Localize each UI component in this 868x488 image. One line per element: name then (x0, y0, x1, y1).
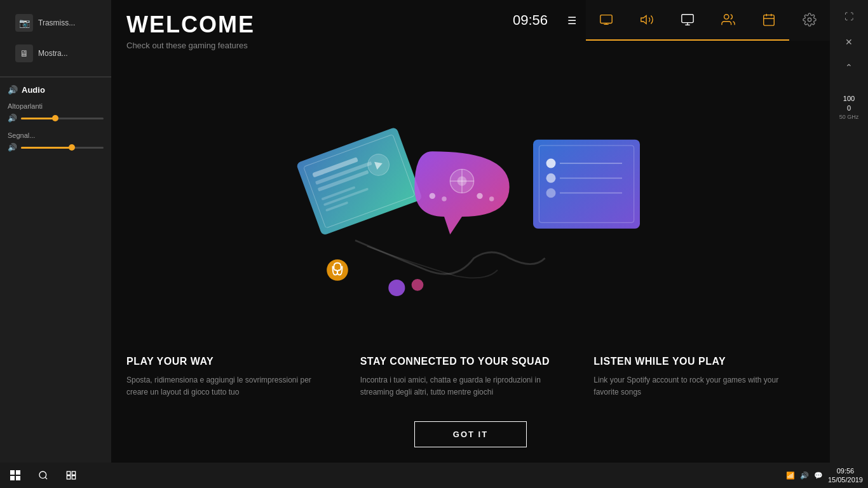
svg-point-40 (442, 196, 446, 201)
tab-settings[interactable] (789, 0, 830, 41)
speaker-fill (21, 118, 54, 119)
tab-users[interactable] (708, 0, 749, 41)
taskbar-date: 15/05/2019 (828, 475, 863, 484)
task-view-button[interactable] (58, 463, 84, 488)
connected-desc: Incontra i tuoi amici, chatta e guarda l… (360, 374, 569, 398)
tab-display[interactable] (586, 0, 627, 41)
svg-rect-56 (10, 476, 15, 480)
signal-thumb (69, 144, 75, 151)
taskbar-time: 09:56 (828, 466, 863, 475)
svg-rect-17 (682, 15, 693, 23)
left-panel-header: 📷 Trasmiss... 🖥 Mostra... (0, 0, 111, 77)
modal-title-area: WELCOME Check out these gaming features (111, 0, 503, 50)
feature-card-play: PLAY YOUR WAY Sposta, ridimensiona e agg… (126, 348, 348, 406)
svg-point-39 (429, 193, 435, 199)
transmit-label: Trasmiss... (38, 18, 75, 27)
modal-top-row: WELCOME Check out these gaming features … (111, 0, 830, 50)
audio-section: 🔊 Audio Altoparlanti 🔊 Segnal... 🔊 (0, 77, 111, 168)
signal-track (21, 147, 104, 149)
display-item[interactable]: 🖥 Mostra... (8, 38, 104, 69)
desktop-background: 📷 Trasmiss... 🖥 Mostra... 🔊 Audio Altopa… (0, 0, 868, 488)
close-btn[interactable]: ✕ (837, 30, 860, 53)
play-desc: Sposta, ridimensiona e aggiungi le sovri… (126, 374, 335, 398)
svg-point-58 (39, 471, 46, 478)
feature-card-listen: LISTEN WHILE YOU PLAY Link your Spotify … (581, 348, 815, 406)
svg-rect-54 (10, 470, 15, 475)
freq-label: 50 GHz (839, 114, 859, 120)
modal-subtitle: Check out these gaming features (126, 38, 487, 50)
value-100: 100 (839, 94, 859, 104)
feature-illustration (111, 50, 830, 348)
volume-taskbar-icon: 🔊 (800, 471, 809, 480)
modal-title: WELCOME (126, 11, 487, 38)
svg-line-59 (45, 477, 47, 479)
svg-rect-25 (295, 127, 422, 236)
svg-rect-20 (764, 15, 775, 25)
value-0: 0 (839, 104, 859, 113)
signal-volume-slider[interactable]: 🔊 (8, 143, 104, 152)
speaker-label: Altoparlanti (8, 102, 104, 110)
signal-fill (21, 147, 71, 149)
svg-rect-61 (72, 471, 75, 475)
svg-rect-43 (533, 140, 640, 229)
taskbar: 📶 🔊 💬 09:56 15/05/2019 (0, 463, 868, 488)
speaker-thumb (52, 115, 58, 121)
nav-tabs (586, 0, 830, 41)
notification-icon: 💬 (814, 471, 823, 480)
svg-rect-15 (600, 15, 612, 24)
audio-title: 🔊 Audio (8, 85, 104, 95)
svg-rect-55 (16, 470, 20, 475)
svg-point-49 (546, 188, 555, 198)
header-right: 09:56 ☰ (503, 0, 830, 41)
svg-point-19 (724, 15, 729, 19)
search-button[interactable] (31, 463, 56, 488)
svg-point-53 (411, 279, 423, 291)
tab-calendar[interactable] (749, 0, 789, 41)
svg-point-24 (808, 18, 811, 22)
menu-icon-btn[interactable]: ☰ (558, 6, 586, 34)
svg-point-41 (477, 193, 482, 199)
left-panel: 📷 Trasmiss... 🖥 Mostra... 🔊 Audio Altopa… (0, 0, 111, 463)
welcome-modal: WELCOME Check out these gaming features … (111, 0, 830, 463)
speaker-volume-slider[interactable]: 🔊 (8, 114, 104, 123)
speaker-track (21, 118, 104, 119)
expand-btn[interactable]: ⛶ (837, 5, 860, 28)
svg-rect-57 (16, 476, 20, 480)
volume-icon: 🔊 (8, 114, 17, 123)
feature-card-connected: STAY CONNECTED TO YOUR SQUAD Incontra i … (348, 348, 581, 406)
tab-audio[interactable] (627, 0, 667, 41)
camera-icon: 📷 (15, 14, 33, 32)
listen-title: LISTEN WHILE YOU PLAY (593, 355, 802, 367)
svg-rect-60 (67, 471, 70, 475)
taskbar-clock: 09:56 15/05/2019 (828, 466, 863, 485)
display-label: Mostra... (38, 49, 68, 58)
connected-title: STAY CONNECTED TO YOUR SQUAD (360, 355, 569, 367)
taskbar-right: 📶 🔊 💬 09:56 15/05/2019 (781, 466, 868, 485)
svg-rect-63 (72, 476, 75, 479)
taskbar-left (0, 463, 86, 488)
got-it-button[interactable]: GOT IT (414, 421, 527, 447)
signal-icon: 🔊 (8, 143, 17, 152)
hamburger-icon: ☰ (567, 15, 576, 27)
tab-screen[interactable] (667, 0, 708, 41)
listen-desc: Link your Spotify account to rock your g… (593, 374, 802, 398)
got-it-container: GOT IT (111, 416, 830, 463)
modal-time: 09:56 (503, 12, 558, 29)
audio-icon: 🔊 (8, 85, 18, 95)
svg-point-42 (489, 196, 493, 201)
svg-point-47 (546, 173, 555, 183)
gaming-illustration (248, 78, 693, 320)
svg-point-45 (546, 159, 555, 168)
wifi-icon: 📶 (786, 471, 795, 480)
svg-marker-16 (641, 16, 646, 24)
monitor-icon: 🖥 (15, 44, 33, 62)
right-panel: ⛶ ✕ ⌃ 100 0 50 GHz (830, 0, 868, 463)
svg-rect-62 (67, 476, 70, 479)
signal-label: Segnal... (8, 132, 104, 139)
start-button[interactable] (3, 463, 28, 488)
play-title: PLAY YOUR WAY (126, 355, 335, 367)
feature-cards: PLAY YOUR WAY Sposta, ridimensiona e agg… (111, 348, 830, 416)
svg-point-52 (388, 280, 405, 296)
collapse-btn[interactable]: ⌃ (837, 56, 860, 79)
transmit-item[interactable]: 📷 Trasmiss... (8, 8, 104, 38)
